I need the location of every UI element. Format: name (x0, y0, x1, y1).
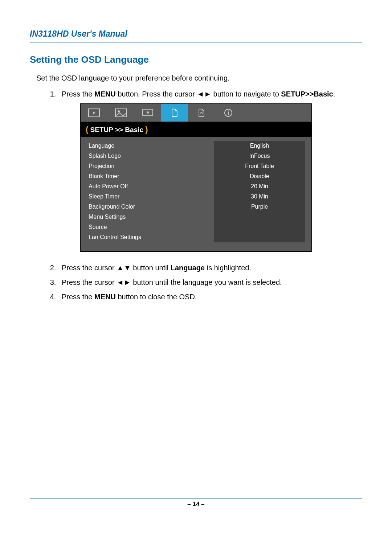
svg-point-7 (228, 110, 229, 111)
footer-divider (30, 498, 362, 498)
step-1-menu: MENU (94, 90, 116, 98)
osd-value-language: English (214, 141, 305, 151)
osd-tab-bar (81, 104, 311, 122)
osd-tab-setup-advanced[interactable] (188, 104, 215, 122)
image-icon (115, 108, 127, 117)
document-arrow-icon (196, 108, 207, 117)
osd-value-splash-logo: InFocus (214, 151, 305, 161)
osd-body: Language Splash Logo Projection Blank Ti… (81, 137, 311, 251)
step-4-text-a: Press the (62, 293, 94, 301)
osd-tab-image[interactable] (107, 104, 134, 122)
step-2: Press the cursor ▲▼ button until Languag… (58, 263, 362, 273)
steps-list: Press the MENU button. Press the cursor … (58, 89, 362, 99)
osd-breadcrumb: ( SETUP >> Basic ) (81, 122, 311, 137)
steps-list-cont: Press the cursor ▲▼ button until Languag… (58, 263, 362, 302)
osd-menu-values: English InFocus Front Table Disable 20 M… (214, 141, 305, 242)
step-2-text-a: Press the cursor ▲▼ button until (62, 264, 171, 272)
osd-item-auto-power-off[interactable]: Auto Power Off (87, 181, 214, 192)
osd-item-sleep-timer[interactable]: Sleep Timer (87, 192, 214, 202)
osd-item-source[interactable]: Source (87, 222, 214, 232)
step-1-text-a: Press the (62, 90, 94, 98)
osd-value-background-color: Purple (214, 202, 305, 212)
step-4-menu: MENU (94, 293, 116, 301)
play-rect-icon (88, 108, 100, 117)
osd-item-menu-settings[interactable]: Menu Settings (87, 212, 214, 222)
step-1-text-c: button. Press the cursor ◄► button to na… (116, 90, 281, 98)
step-4-text-c: button to close the OSD. (116, 293, 197, 301)
section-title: Setting the OSD Language (30, 54, 362, 65)
paren-right-icon: ) (145, 125, 148, 134)
osd-screenshot: ( SETUP >> Basic ) Language Splash Logo … (30, 103, 362, 252)
svg-point-5 (147, 111, 149, 114)
svg-rect-8 (228, 112, 229, 115)
paren-left-icon: ( (86, 125, 88, 134)
document-icon (169, 108, 180, 117)
step-2-language: Language (171, 264, 205, 272)
osd-tab-picture[interactable] (81, 104, 107, 122)
osd-breadcrumb-text: SETUP >> Basic (90, 126, 143, 134)
step-4: Press the MENU button to close the OSD. (58, 292, 362, 302)
page-header-title: IN3118HD User's Manual (30, 29, 362, 39)
osd-panel: ( SETUP >> Basic ) Language Splash Logo … (80, 103, 312, 252)
step-2-text-c: is highlighted. (205, 264, 251, 272)
osd-item-blank-timer[interactable]: Blank Timer (87, 171, 214, 181)
osd-tab-display[interactable] (134, 104, 161, 122)
osd-menu-labels: Language Splash Logo Projection Blank Ti… (87, 141, 214, 242)
svg-point-3 (118, 110, 120, 112)
osd-value-auto-power-off: 20 Min (214, 181, 305, 192)
osd-value-projection: Front Table (214, 161, 305, 171)
step-1-text-e: . (333, 90, 335, 98)
info-icon (222, 108, 234, 117)
osd-value-sleep-timer: 30 Min (214, 192, 305, 202)
osd-item-language[interactable]: Language (87, 141, 214, 151)
step-3: Press the cursor ◄► button until the lan… (58, 277, 362, 287)
osd-item-background-color[interactable]: Background Color (87, 202, 214, 212)
page-footer: – 14 – (30, 498, 362, 508)
screen-icon (142, 108, 154, 117)
svg-rect-2 (115, 109, 126, 117)
header-divider (30, 42, 362, 42)
osd-item-splash-logo[interactable]: Splash Logo (87, 151, 214, 161)
step-1: Press the MENU button. Press the cursor … (58, 89, 362, 99)
step-1-setup: SETUP>>Basic (281, 90, 333, 98)
osd-value-blank-timer: Disable (214, 171, 305, 181)
osd-tab-setup-basic[interactable] (161, 104, 188, 122)
osd-item-lan-control[interactable]: Lan Control Settings (87, 232, 214, 242)
svg-marker-1 (93, 111, 95, 114)
page-number: – 14 – (30, 501, 362, 508)
osd-tab-info[interactable] (215, 104, 242, 122)
osd-item-projection[interactable]: Projection (87, 161, 214, 171)
intro-text: Set the OSD language to your preference … (36, 74, 362, 82)
